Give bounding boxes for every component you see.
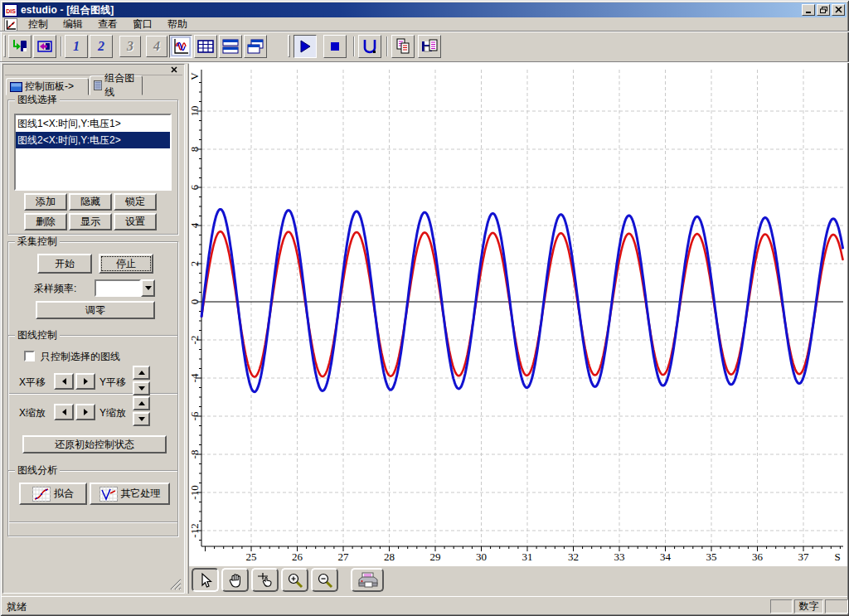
x-pan-left-button[interactable] xyxy=(54,373,74,390)
pan-tool-button[interactable] xyxy=(221,568,249,592)
sample-rate-combo[interactable] xyxy=(95,279,155,297)
y-pan-down-button[interactable] xyxy=(133,381,150,395)
combo-dropdown-button[interactable] xyxy=(141,279,155,297)
device-out-button[interactable] xyxy=(33,35,56,58)
restore-button[interactable] xyxy=(817,4,830,16)
app-icon: DIS xyxy=(4,4,17,17)
restore-icon xyxy=(820,7,827,13)
resize-grip[interactable] xyxy=(167,575,182,590)
print-button[interactable] xyxy=(351,568,384,592)
y-pan-up-button[interactable] xyxy=(133,366,150,380)
group-title: 图线控制 xyxy=(15,330,60,340)
y-tick-label: -6 xyxy=(189,411,201,420)
graph-view-icon xyxy=(171,36,191,56)
menu-item-2[interactable]: 查看 xyxy=(90,17,125,32)
y-tick-label: 6 xyxy=(189,184,201,190)
x-pan-right-button[interactable] xyxy=(75,373,95,390)
view-3-button[interactable]: 3 xyxy=(119,36,141,57)
y-zoom-up-button[interactable] xyxy=(133,396,150,410)
table-view-button[interactable] xyxy=(194,35,217,58)
view-1-button[interactable]: 1 xyxy=(65,35,88,58)
cascade-windows-icon xyxy=(246,37,264,56)
y-tick-label: -10 xyxy=(189,485,201,499)
sidebar-close-button[interactable] xyxy=(169,65,179,75)
minimize-button[interactable] xyxy=(802,4,815,16)
zoom-out-tool-button[interactable] xyxy=(311,568,338,592)
tile-horizontal-icon xyxy=(221,37,240,56)
tab-control-panel[interactable]: 控制面板-> xyxy=(6,78,89,95)
graph-doc-icon xyxy=(94,80,102,91)
x-tick-label: 30 xyxy=(476,551,487,563)
save-file-button[interactable] xyxy=(418,35,441,58)
arrow-down-icon xyxy=(138,386,145,390)
x-zoom-out-button[interactable] xyxy=(54,404,74,420)
panel-icon xyxy=(10,82,22,92)
arrow-right-icon xyxy=(84,378,88,385)
waveform-chart[interactable]: 25262728293031323334353637S-12-10-8-6-4-… xyxy=(189,63,847,566)
only-selected-checkbox[interactable] xyxy=(24,351,35,361)
x-tick-label: 29 xyxy=(430,551,441,563)
save-data-button[interactable] xyxy=(358,35,381,58)
stop-icon xyxy=(327,38,343,55)
view-4-button[interactable]: 4 xyxy=(146,36,167,57)
curve-button-5[interactable]: 设置 xyxy=(114,213,157,230)
y-pan-label: Y平移 xyxy=(99,376,126,388)
curve-button-0[interactable]: 添加 xyxy=(24,193,67,211)
stop-acquisition-button[interactable] xyxy=(323,35,347,58)
x-tick-label: 31 xyxy=(522,551,533,563)
tab-label: 控制面板-> xyxy=(25,80,74,94)
x-tick-label: 32 xyxy=(568,551,579,563)
start-acquisition-button[interactable] xyxy=(294,35,317,58)
cascade-windows-button[interactable] xyxy=(244,35,267,58)
tile-horizontal-button[interactable] xyxy=(219,35,242,58)
y-zoom-label: Y缩放 xyxy=(99,407,126,419)
arrow-down-icon xyxy=(138,417,145,421)
x-zoom-in-button[interactable] xyxy=(75,404,95,420)
svg-text:DIS: DIS xyxy=(6,7,16,13)
menu-item-1[interactable]: 编辑 xyxy=(56,17,90,32)
status-cell xyxy=(825,599,848,614)
menu-item-4[interactable]: 帮助 xyxy=(160,17,195,32)
y-unit-label: V xyxy=(189,72,201,80)
y-tick-label: 8 xyxy=(189,147,201,153)
title-bar: DIS estudio - [组合图线] xyxy=(2,2,847,17)
select-tool-button[interactable] xyxy=(192,568,219,592)
curve-button-1[interactable]: 隐藏 xyxy=(69,193,112,211)
curve-button-2[interactable]: 锁定 xyxy=(114,193,157,211)
window-title: estudio - [组合图线] xyxy=(21,3,114,17)
restore-defaults-button[interactable]: 还原初始控制状态 xyxy=(22,435,167,454)
x-tick-label: 35 xyxy=(706,551,717,563)
menu-item-0[interactable]: 控制 xyxy=(21,17,56,32)
menu-item-3[interactable]: 窗口 xyxy=(125,17,160,32)
tab-combined-graph[interactable]: 组合图线 xyxy=(90,75,143,95)
toolbar-grip[interactable] xyxy=(3,35,6,57)
point-pick-tool-button[interactable] xyxy=(251,568,279,592)
x-tick-label: 33 xyxy=(614,551,625,563)
minimize-icon xyxy=(805,7,813,13)
device-in-button[interactable] xyxy=(8,35,32,58)
fit-button[interactable]: 拟合 xyxy=(19,483,87,505)
copy-button[interactable] xyxy=(391,35,415,58)
view-1-label: 1 xyxy=(73,39,80,54)
zoom-in-tool-button[interactable] xyxy=(281,568,308,592)
start-button[interactable]: 开始 xyxy=(37,254,92,274)
view-2-label: 2 xyxy=(98,39,104,54)
close-button[interactable] xyxy=(832,4,845,16)
graph-view-button[interactable] xyxy=(169,35,192,58)
curve-list-item-1[interactable]: 图线1<X:时间,Y:电压1> xyxy=(16,115,170,132)
application-window: DIS estudio - [组合图线] xyxy=(0,0,849,616)
sample-rate-value xyxy=(95,279,141,297)
view-2-button[interactable]: 2 xyxy=(90,35,113,58)
y-zoom-down-button[interactable] xyxy=(133,412,150,426)
curve-button-4[interactable]: 显示 xyxy=(69,213,112,230)
arrow-left-icon xyxy=(62,378,66,385)
curve-list-item-2[interactable]: 图线2<X:时间,Y:电压2> xyxy=(16,132,170,148)
other-processing-button[interactable]: 其它处理 xyxy=(90,483,170,505)
curve-button-3[interactable]: 删除 xyxy=(24,213,67,230)
stop-button[interactable]: 停止 xyxy=(99,254,153,274)
status-cell xyxy=(770,599,793,614)
close-icon xyxy=(171,66,177,73)
x-unit-label: S xyxy=(834,551,840,563)
toolbar-grip[interactable] xyxy=(288,35,290,57)
zero-adjust-button[interactable]: 调零 xyxy=(36,301,155,319)
